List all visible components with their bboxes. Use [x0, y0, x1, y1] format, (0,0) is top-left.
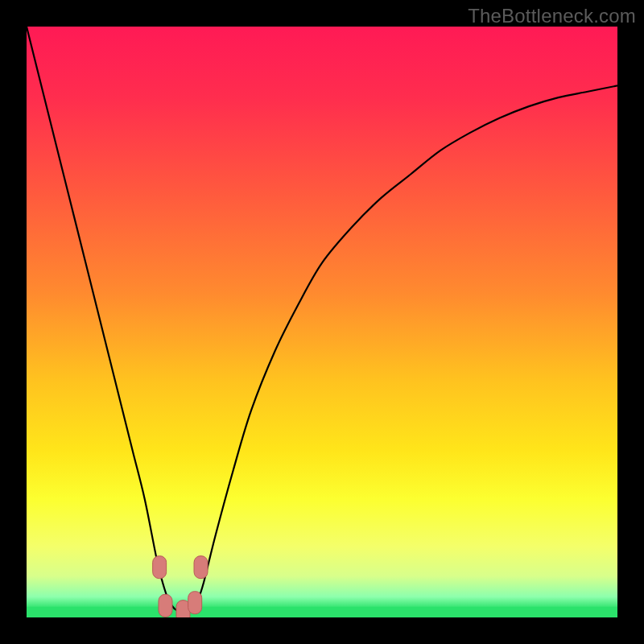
plot-area [27, 27, 617, 617]
curve-marker [188, 592, 202, 614]
curve-marker [194, 556, 208, 579]
curve-marker [153, 556, 167, 579]
bottleneck-chart [27, 27, 617, 617]
gradient-background [27, 27, 617, 617]
curve-marker [159, 594, 172, 617]
chart-frame: TheBottleneck.com [0, 0, 644, 644]
green-optimal-band [27, 607, 617, 617]
watermark-text: TheBottleneck.com [468, 5, 636, 27]
